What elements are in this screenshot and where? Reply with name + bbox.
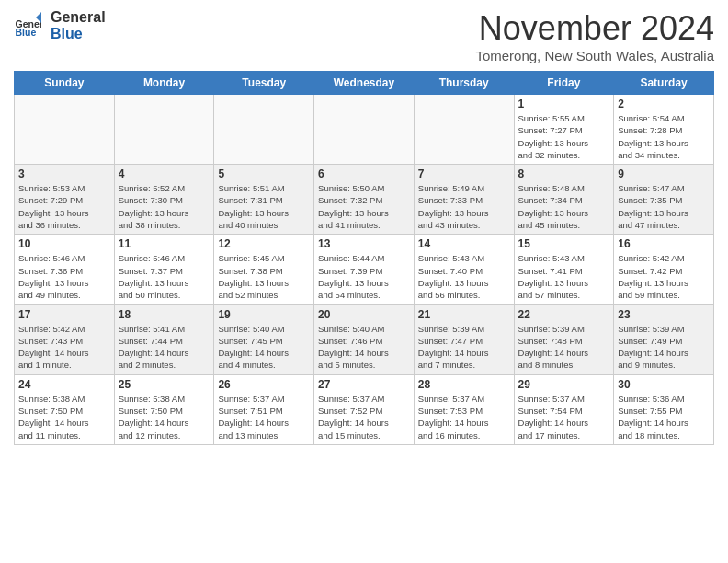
day-number: 24 [18,378,110,391]
logo-blue: Blue [51,26,106,42]
day-info: Sunrise: 5:45 AM Sunset: 7:38 PM Dayligh… [218,252,310,301]
day-info: Sunrise: 5:37 AM Sunset: 7:52 PM Dayligh… [318,393,410,442]
day-number: 30 [618,378,710,391]
calendar-week-row: 3Sunrise: 5:53 AM Sunset: 7:29 PM Daylig… [15,165,714,235]
col-friday: Friday [514,72,614,95]
table-row: 29Sunrise: 5:37 AM Sunset: 7:54 PM Dayli… [514,374,614,444]
day-info: Sunrise: 5:52 AM Sunset: 7:30 PM Dayligh… [119,182,210,231]
table-row: 15Sunrise: 5:43 AM Sunset: 7:41 PM Dayli… [514,235,614,304]
day-number: 27 [318,378,410,391]
day-number: 3 [18,167,110,180]
day-number: 28 [418,378,510,391]
day-info: Sunrise: 5:43 AM Sunset: 7:41 PM Dayligh… [518,252,610,301]
day-number: 26 [218,378,310,391]
table-row: 16Sunrise: 5:42 AM Sunset: 7:42 PM Dayli… [614,235,714,304]
table-row: 8Sunrise: 5:48 AM Sunset: 7:34 PM Daylig… [514,165,614,235]
table-row: 5Sunrise: 5:51 AM Sunset: 7:31 PM Daylig… [214,165,314,235]
calendar-week-row: 17Sunrise: 5:42 AM Sunset: 7:43 PM Dayli… [15,304,714,374]
day-info: Sunrise: 5:38 AM Sunset: 7:50 PM Dayligh… [18,393,110,442]
day-number: 16 [618,237,710,250]
day-number: 7 [418,167,510,180]
col-sunday: Sunday [15,72,115,95]
day-number: 8 [518,167,610,180]
day-info: Sunrise: 5:46 AM Sunset: 7:37 PM Dayligh… [119,252,210,301]
location: Tomerong, New South Wales, Australia [475,48,714,63]
table-row [214,95,314,165]
table-row: 7Sunrise: 5:49 AM Sunset: 7:33 PM Daylig… [414,165,514,235]
calendar-week-row: 1Sunrise: 5:55 AM Sunset: 7:27 PM Daylig… [15,95,714,165]
day-number: 25 [119,378,210,391]
table-row [414,95,514,165]
day-info: Sunrise: 5:43 AM Sunset: 7:40 PM Dayligh… [418,252,510,301]
table-row: 24Sunrise: 5:38 AM Sunset: 7:50 PM Dayli… [15,374,115,444]
day-info: Sunrise: 5:46 AM Sunset: 7:36 PM Dayligh… [18,252,110,301]
day-info: Sunrise: 5:49 AM Sunset: 7:33 PM Dayligh… [418,182,510,231]
col-tuesday: Tuesday [214,72,314,95]
day-info: Sunrise: 5:41 AM Sunset: 7:44 PM Dayligh… [119,323,210,372]
day-number: 2 [618,98,710,110]
col-monday: Monday [114,72,214,95]
table-row: 10Sunrise: 5:46 AM Sunset: 7:36 PM Dayli… [15,235,115,304]
calendar-week-row: 10Sunrise: 5:46 AM Sunset: 7:36 PM Dayli… [15,235,714,304]
day-number: 19 [218,308,310,321]
day-info: Sunrise: 5:40 AM Sunset: 7:46 PM Dayligh… [318,323,410,372]
logo: General Blue General Blue [14,9,106,41]
day-info: Sunrise: 5:37 AM Sunset: 7:51 PM Dayligh… [218,393,310,442]
day-info: Sunrise: 5:37 AM Sunset: 7:54 PM Dayligh… [518,393,610,442]
day-number: 14 [418,237,510,250]
day-info: Sunrise: 5:47 AM Sunset: 7:35 PM Dayligh… [618,182,710,231]
day-info: Sunrise: 5:42 AM Sunset: 7:43 PM Dayligh… [18,323,110,372]
table-row: 22Sunrise: 5:39 AM Sunset: 7:48 PM Dayli… [514,304,614,374]
day-number: 23 [618,308,710,321]
day-number: 15 [518,237,610,250]
month-title: November 2024 [475,9,714,48]
table-row: 12Sunrise: 5:45 AM Sunset: 7:38 PM Dayli… [214,235,314,304]
table-row: 30Sunrise: 5:36 AM Sunset: 7:55 PM Dayli… [614,374,714,444]
table-row: 11Sunrise: 5:46 AM Sunset: 7:37 PM Dayli… [114,235,214,304]
table-row: 2Sunrise: 5:54 AM Sunset: 7:28 PM Daylig… [614,95,714,165]
day-number: 6 [318,167,410,180]
header: General Blue General Blue November 2024 … [14,9,714,63]
logo-general: General [51,9,106,26]
day-number: 4 [119,167,210,180]
day-info: Sunrise: 5:37 AM Sunset: 7:53 PM Dayligh… [418,393,510,442]
col-saturday: Saturday [614,72,714,95]
day-info: Sunrise: 5:54 AM Sunset: 7:28 PM Dayligh… [618,112,710,161]
table-row [114,95,214,165]
day-info: Sunrise: 5:38 AM Sunset: 7:50 PM Dayligh… [119,393,210,442]
table-row: 17Sunrise: 5:42 AM Sunset: 7:43 PM Dayli… [15,304,115,374]
calendar-header-row: Sunday Monday Tuesday Wednesday Thursday… [15,72,714,95]
day-info: Sunrise: 5:36 AM Sunset: 7:55 PM Dayligh… [618,393,710,442]
title-section: November 2024 Tomerong, New South Wales,… [475,9,714,63]
day-number: 10 [18,237,110,250]
table-row: 19Sunrise: 5:40 AM Sunset: 7:45 PM Dayli… [214,304,314,374]
table-row: 9Sunrise: 5:47 AM Sunset: 7:35 PM Daylig… [614,165,714,235]
col-thursday: Thursday [414,72,514,95]
day-info: Sunrise: 5:48 AM Sunset: 7:34 PM Dayligh… [518,182,610,231]
day-info: Sunrise: 5:55 AM Sunset: 7:27 PM Dayligh… [518,112,610,161]
day-info: Sunrise: 5:42 AM Sunset: 7:42 PM Dayligh… [618,252,710,301]
day-number: 22 [518,308,610,321]
day-info: Sunrise: 5:39 AM Sunset: 7:47 PM Dayligh… [418,323,510,372]
calendar: Sunday Monday Tuesday Wednesday Thursday… [14,71,714,445]
table-row: 4Sunrise: 5:52 AM Sunset: 7:30 PM Daylig… [114,165,214,235]
table-row: 28Sunrise: 5:37 AM Sunset: 7:53 PM Dayli… [414,374,514,444]
table-row: 6Sunrise: 5:50 AM Sunset: 7:32 PM Daylig… [314,165,415,235]
calendar-week-row: 24Sunrise: 5:38 AM Sunset: 7:50 PM Dayli… [15,374,714,444]
day-info: Sunrise: 5:39 AM Sunset: 7:48 PM Dayligh… [518,323,610,372]
table-row: 3Sunrise: 5:53 AM Sunset: 7:29 PM Daylig… [15,165,115,235]
day-number: 21 [418,308,510,321]
table-row: 1Sunrise: 5:55 AM Sunset: 7:27 PM Daylig… [514,95,614,165]
day-number: 18 [119,308,210,321]
day-info: Sunrise: 5:44 AM Sunset: 7:39 PM Dayligh… [318,252,410,301]
day-info: Sunrise: 5:50 AM Sunset: 7:32 PM Dayligh… [318,182,410,231]
day-number: 9 [618,167,710,180]
logo-icon: General Blue [14,12,41,40]
day-number: 1 [518,98,610,110]
table-row: 20Sunrise: 5:40 AM Sunset: 7:46 PM Dayli… [314,304,415,374]
table-row: 21Sunrise: 5:39 AM Sunset: 7:47 PM Dayli… [414,304,514,374]
day-info: Sunrise: 5:40 AM Sunset: 7:45 PM Dayligh… [218,323,310,372]
table-row: 13Sunrise: 5:44 AM Sunset: 7:39 PM Dayli… [314,235,415,304]
day-info: Sunrise: 5:53 AM Sunset: 7:29 PM Dayligh… [18,182,110,231]
table-row [314,95,415,165]
